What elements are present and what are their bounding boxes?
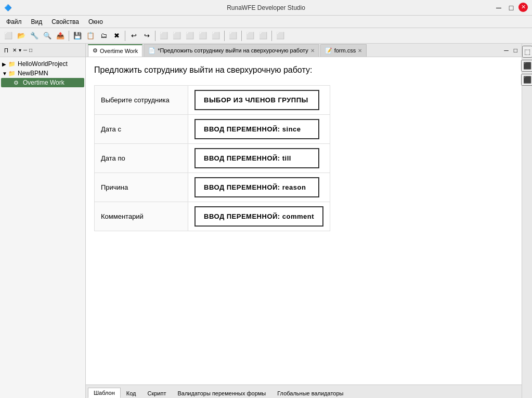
tab-close-css[interactable]: ✕	[358, 48, 362, 54]
e-btab-script[interactable]: Скрипт	[141, 388, 172, 398]
right-sidebar: ⬚ ⬛ ⬛	[522, 44, 532, 398]
tab-icon-overtime: ⚙	[93, 47, 98, 54]
label-date-to: Дата по	[95, 144, 188, 173]
toolbar: ⬜ 📂 🔧 🔍 📤 💾 📋 🗂 ✖ ↩ ↪ ⬜ ⬜ ⬜ ⬜ ⬜ ⬜ ⬜ ⬜ ⬜	[0, 28, 532, 44]
tab-label-form: *Предложить сотруднику выйти на сверхуро…	[158, 47, 308, 54]
tab-label-overtime: Overtime Work	[100, 48, 138, 54]
window-title: RunaWFE Developer Studio	[0, 4, 532, 11]
tb-icon21[interactable]: ⬜	[244, 30, 256, 42]
rs-btn-1[interactable]: ⬚	[522, 46, 533, 58]
field-date-to[interactable]: ВВОД ПЕРЕМЕННОЙ: till	[188, 144, 330, 173]
menu-file[interactable]: Файл	[2, 17, 26, 26]
label-date-from: Дата с	[95, 115, 188, 144]
field-employee[interactable]: ВЫБОР ИЗ ЧЛЕНОВ ГРУППЫ	[188, 86, 330, 115]
tb-icon13[interactable]: ⬜	[158, 30, 170, 42]
toolbar-sep-2	[125, 31, 125, 41]
tab-restore-btn[interactable]: □	[512, 46, 520, 55]
toolbar-sep-3	[155, 31, 155, 41]
field-date-from[interactable]: ВВОД ПЕРЕМЕННОЙ: since	[188, 115, 330, 144]
left-panel-icon4[interactable]: □	[29, 47, 32, 53]
tb-icon16[interactable]: ⬜	[197, 30, 209, 42]
table-row: Выберите сотрудника ВЫБОР ИЗ ЧЛЕНОВ ГРУП…	[95, 86, 330, 115]
tab-form-editor[interactable]: 📄 *Предложить сотруднику выйти на сверху…	[144, 44, 319, 57]
field-reason[interactable]: ВВОД ПЕРЕМЕННОЙ: reason	[188, 173, 330, 202]
project-tree: ▶ 📁 HelloWorldProject ▼ 📁 NewBPMN ⚙ Over…	[0, 57, 85, 398]
tree-item-newbpmn[interactable]: ▼ 📁 NewBPMN	[1, 69, 84, 78]
main-layout: П ✕ ▾ ─ □ ▶ 📁 HelloWorldProject ▼ 📁 NewB…	[0, 44, 532, 398]
menu-bar: Файл Вид Свойства Окно	[0, 16, 532, 28]
left-panel-icon1[interactable]: ✕	[12, 47, 17, 53]
menu-properties[interactable]: Свойства	[47, 17, 83, 26]
left-panel-icon3[interactable]: ─	[23, 47, 27, 53]
rs-btn-2[interactable]: ⬛	[521, 60, 533, 72]
toolbar-sep-1	[69, 31, 69, 41]
maximize-button[interactable]: □	[506, 3, 516, 13]
field-box-employee[interactable]: ВЫБОР ИЗ ЧЛЕНОВ ГРУППЫ	[194, 90, 319, 110]
tb-save[interactable]: 💾	[71, 30, 84, 42]
e-btab-template[interactable]: Шаблон	[88, 388, 121, 398]
tb-icon14[interactable]: ⬜	[171, 30, 183, 42]
tb-redo[interactable]: ↪	[140, 30, 153, 42]
tb-undo[interactable]: ↩	[127, 30, 140, 42]
tree-label-newbpmn: NewBPMN	[18, 70, 48, 77]
e-btab-validators[interactable]: Валидаторы переменных формы	[172, 388, 271, 398]
tab-icon-css: 📝	[325, 47, 332, 54]
tb-icon22[interactable]: ⬜	[257, 30, 269, 42]
expand-newbpmn[interactable]: ▼	[2, 71, 8, 76]
tb-icon3[interactable]: 🔧	[28, 30, 41, 42]
field-comment[interactable]: ВВОД ПЕРЕМЕННОЙ: comment	[188, 202, 330, 231]
table-row: Дата по ВВОД ПЕРЕМЕННОЙ: till	[95, 144, 330, 173]
tb-icon17[interactable]: ⬜	[210, 30, 222, 42]
tree-item-overtime[interactable]: ⚙ Overtime Work	[1, 78, 84, 87]
toolbar-sep-6	[271, 31, 272, 41]
process-icon-overtime: ⚙	[14, 79, 22, 86]
left-panel-icon2[interactable]: ▾	[19, 47, 21, 53]
field-box-comment[interactable]: ВВОД ПЕРЕМЕННОЙ: comment	[194, 206, 323, 227]
tab-close-form[interactable]: ✕	[310, 48, 315, 54]
folder-icon-newbpmn: 📁	[8, 70, 17, 77]
rs-btn-3[interactable]: ⬛	[521, 74, 533, 86]
menu-view[interactable]: Вид	[27, 17, 47, 26]
tree-label-overtime: Overtime Work	[23, 79, 64, 86]
close-button[interactable]: ✕	[518, 3, 528, 12]
tab-icon-form: 📄	[148, 47, 155, 54]
editor-bottom-tab-bar: Шаблон Код Скрипт Валидаторы переменных …	[86, 384, 522, 398]
e-btab-global-validators[interactable]: Глобальные валидаторы	[271, 388, 349, 398]
tb-icon4[interactable]: 🔍	[41, 30, 54, 42]
editor-area: ⚙ Overtime Work 📄 *Предложить сотруднику…	[86, 44, 522, 398]
toolbar-sep-4	[224, 31, 225, 41]
tab-collapse-btn[interactable]: ─	[502, 46, 511, 55]
folder-icon-hello: 📁	[8, 61, 17, 68]
table-row: Причина ВВОД ПЕРЕМЕННОЙ: reason	[95, 173, 330, 202]
tab-overtime-work[interactable]: ⚙ Overtime Work	[88, 44, 142, 57]
toolbar-sep-5	[241, 31, 242, 41]
tb-save2[interactable]: 📋	[84, 30, 97, 42]
title-bar: 🔷 RunaWFE Developer Studio ─ □ ✕	[0, 0, 532, 16]
field-box-till[interactable]: ВВОД ПЕРЕМЕННОЙ: till	[194, 148, 319, 168]
left-tab-p[interactable]: П	[2, 47, 10, 54]
tb-new[interactable]: ⬜	[2, 30, 15, 42]
editor-content: Предложить сотруднику выйти на сверхуроч…	[86, 57, 522, 384]
e-btab-code[interactable]: Код	[121, 388, 142, 398]
tb-icon5[interactable]: 📤	[54, 30, 67, 42]
tab-css[interactable]: 📝 form.css ✕	[320, 44, 367, 57]
tree-label-hello: HelloWorldProject	[18, 60, 68, 68]
label-reason: Причина	[95, 173, 188, 202]
menu-window[interactable]: Окно	[84, 17, 107, 26]
form-table: Выберите сотрудника ВЫБОР ИЗ ЧЛЕНОВ ГРУП…	[94, 85, 330, 231]
table-row: Дата с ВВОД ПЕРЕМЕННОЙ: since	[95, 115, 330, 144]
expand-hello[interactable]: ▶	[2, 61, 8, 67]
tab-label-css: form.css	[334, 47, 356, 54]
tb-icon15[interactable]: ⬜	[184, 30, 196, 42]
tree-item-hello[interactable]: ▶ 📁 HelloWorldProject	[1, 59, 84, 69]
tb-icon8[interactable]: 🗂	[97, 30, 110, 42]
tb-delete[interactable]: ✖	[110, 30, 123, 42]
label-comment: Комментарий	[95, 202, 188, 231]
minimize-button[interactable]: ─	[494, 3, 504, 13]
tb-open[interactable]: 📂	[15, 30, 28, 42]
tb-icon24[interactable]: ⬜	[274, 30, 287, 42]
field-box-since[interactable]: ВВОД ПЕРЕМЕННОЙ: since	[194, 119, 319, 139]
tb-icon19[interactable]: ⬜	[227, 30, 239, 42]
left-panel: П ✕ ▾ ─ □ ▶ 📁 HelloWorldProject ▼ 📁 NewB…	[0, 44, 86, 398]
field-box-reason[interactable]: ВВОД ПЕРЕМЕННОЙ: reason	[194, 177, 319, 197]
